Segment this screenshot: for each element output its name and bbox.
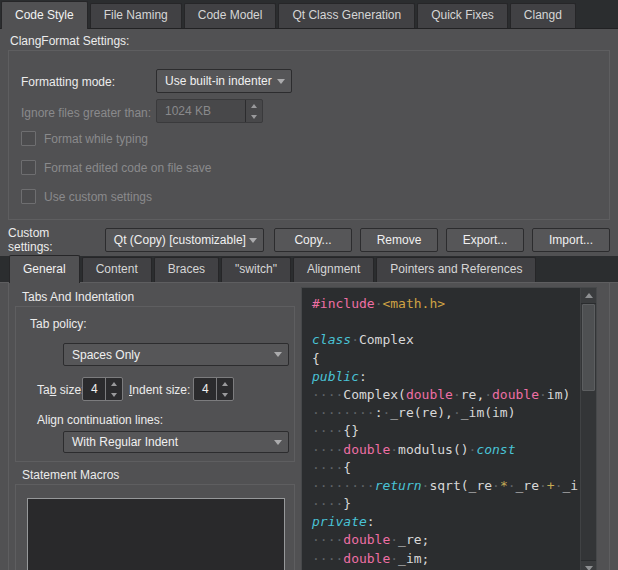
- vertical-scrollbar[interactable]: [580, 288, 596, 570]
- spin-buttons[interactable]: [245, 100, 262, 122]
- formatting-mode-label: Formatting mode:: [21, 75, 115, 89]
- indent-size-value: 4: [194, 378, 216, 400]
- spin-up-icon: [222, 382, 228, 386]
- style-tabbar: GeneralContentBraces"switch"AlignmentPoi…: [0, 256, 618, 283]
- checkbox-label: Use custom settings: [44, 190, 152, 204]
- code-line: ········return·sqrt(_re·*·_re·+·_i: [312, 477, 580, 495]
- tab-content[interactable]: Content: [82, 257, 152, 282]
- remove-button[interactable]: Remove: [360, 228, 438, 252]
- ignore-files-spinbox[interactable]: 1024 KB: [156, 99, 263, 123]
- scrollbar-up-button[interactable]: [581, 288, 596, 304]
- copy-button[interactable]: Copy...: [274, 228, 352, 252]
- tab-braces[interactable]: Braces: [154, 257, 219, 282]
- tab-size-spinbox[interactable]: 4: [82, 377, 123, 401]
- scroll-up-icon: [585, 293, 593, 298]
- tab-policy-label: Tab policy:: [30, 317, 87, 331]
- checkbox-format-edited-code-on-file-save[interactable]: Format edited code on file save: [21, 160, 211, 175]
- align-continuation-label: Align continuation lines:: [37, 413, 163, 427]
- general-tab-pane: Tabs And Indentation Tab policy: Spaces …: [8, 282, 610, 570]
- code-line: ····{: [312, 459, 580, 477]
- statement-macros-title: Statement Macros: [22, 468, 119, 482]
- indent-size-spinbox[interactable]: 4: [193, 377, 234, 401]
- code-line: ····double·modulus()·const: [312, 441, 580, 459]
- tab-qt-class-generation[interactable]: Qt Class Generation: [278, 3, 415, 28]
- ignore-files-label: Ignore files greater than:: [21, 106, 151, 120]
- tab-size-value: 4: [83, 378, 105, 400]
- chevron-down-icon: [277, 79, 285, 84]
- tab-switch[interactable]: "switch": [221, 257, 291, 282]
- checkbox-icon: [21, 131, 36, 146]
- code-style-settings-page: Code StyleFile NamingCode ModelQt Class …: [0, 0, 618, 570]
- code-line: private:: [312, 513, 580, 531]
- custom-settings-buttons: Copy...RemoveExport...Import...: [264, 228, 610, 252]
- chevron-down-icon: [274, 352, 282, 357]
- code-line: {: [312, 350, 580, 368]
- tab-policy-value: Spaces Only: [72, 348, 140, 362]
- formatting-mode-value: Use built-in indenter: [165, 74, 272, 88]
- chevron-down-icon: [274, 440, 282, 445]
- tabs-indentation-group: Tab policy: Spaces Only Tab size: 4 Inde…: [15, 306, 295, 462]
- tab-code-style[interactable]: Code Style: [1, 1, 88, 29]
- code-line: #include·<math.h>: [312, 295, 580, 313]
- spin-down-icon: [251, 115, 257, 119]
- tab-alignment[interactable]: Alignment: [293, 257, 374, 282]
- ignore-files-value: 1024 KB: [157, 100, 245, 122]
- import-button[interactable]: Import...: [532, 228, 610, 252]
- code-line: ····}: [312, 495, 580, 513]
- code-line: ····Complex(double·re,·double·im): [312, 386, 580, 404]
- code-line: ····double·_im;: [312, 550, 580, 568]
- spin-down-icon: [111, 393, 117, 397]
- scrollbar-down-button[interactable]: [581, 560, 596, 570]
- spin-buttons[interactable]: [216, 378, 233, 400]
- code-line: class·Complex: [312, 331, 580, 349]
- clangformat-group: Formatting mode: Use built-in indenter I…: [8, 50, 610, 220]
- custom-settings-row: Custom settings: Qt (Copy) [customizable…: [8, 228, 610, 252]
- code-line: ········:·_re(re),·_im(im): [312, 404, 580, 422]
- tab-code-model[interactable]: Code Model: [184, 3, 277, 28]
- tabs-indentation-title: Tabs And Indentation: [22, 290, 134, 304]
- custom-settings-combo[interactable]: Qt (Copy) [customizable]: [105, 228, 264, 252]
- code-line: ····{}: [312, 422, 580, 440]
- tab-file-naming[interactable]: File Naming: [90, 3, 182, 28]
- checkbox-format-while-typing[interactable]: Format while typing: [21, 131, 148, 146]
- spin-up-icon: [251, 104, 257, 108]
- align-continuation-value: With Regular Indent: [72, 435, 178, 449]
- checkbox-icon: [21, 189, 36, 204]
- tab-policy-combo[interactable]: Spaces Only: [63, 343, 289, 366]
- spin-down-icon: [222, 393, 228, 397]
- tab-clangd[interactable]: Clangd: [510, 3, 576, 28]
- spin-buttons[interactable]: [105, 378, 122, 400]
- code-line: [312, 313, 580, 331]
- checkbox-label: Format edited code on file save: [44, 161, 211, 175]
- align-continuation-combo[interactable]: With Regular Indent: [63, 431, 289, 453]
- tab-size-label: Tab size:: [37, 383, 84, 397]
- export-button[interactable]: Export...: [446, 228, 524, 252]
- indent-size-label: Indent size:: [129, 383, 190, 397]
- code-preview-editor[interactable]: #include·<math.h> class·Complex{public:·…: [301, 287, 597, 570]
- scroll-down-icon: [585, 566, 593, 570]
- checkbox-icon: [21, 160, 36, 175]
- chevron-down-icon: [249, 238, 257, 243]
- scrollbar-thumb[interactable]: [582, 304, 595, 391]
- custom-settings-label: Custom settings:: [8, 226, 97, 254]
- statement-macros-list[interactable]: [27, 498, 285, 570]
- code-line: public:: [312, 368, 580, 386]
- settings-tabbar: Code StyleFile NamingCode ModelQt Class …: [0, 0, 618, 29]
- tab-quick-fixes[interactable]: Quick Fixes: [417, 3, 508, 28]
- code-line: ····double·_re;: [312, 531, 580, 549]
- code-preview-lines: #include·<math.h> class·Complex{public:·…: [312, 295, 580, 568]
- formatting-mode-combo[interactable]: Use built-in indenter: [156, 69, 292, 93]
- statement-macros-group: [15, 484, 295, 570]
- spin-up-icon: [111, 382, 117, 386]
- checkbox-use-custom-settings[interactable]: Use custom settings: [21, 189, 152, 204]
- tab-general[interactable]: General: [9, 255, 80, 283]
- custom-settings-value: Qt (Copy) [customizable]: [114, 233, 246, 247]
- tab-pointers-and-references[interactable]: Pointers and References: [376, 257, 536, 282]
- checkbox-label: Format while typing: [44, 132, 148, 146]
- clangformat-group-title: ClangFormat Settings:: [10, 34, 129, 48]
